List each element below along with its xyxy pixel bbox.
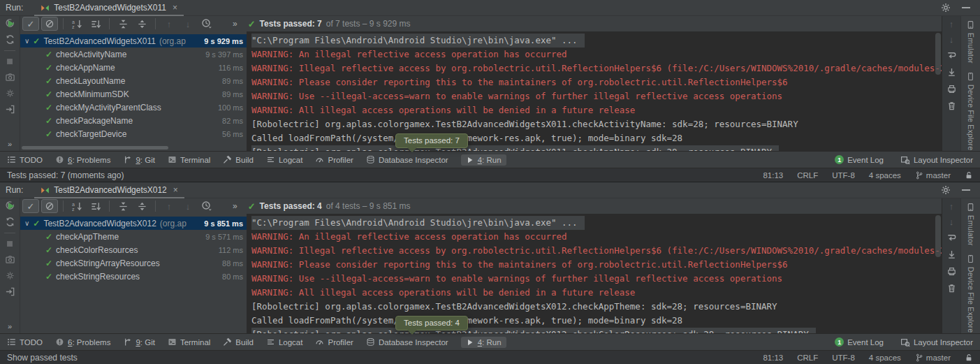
toolwindow-git[interactable]: 9: Git <box>123 155 155 164</box>
gear-icon[interactable] <box>941 3 951 13</box>
test-suite-row[interactable]: ∨ ✓ TestB2AdvancedWidgetsX011 (org.ap 9 … <box>20 34 247 48</box>
toolwindow-profiler[interactable]: Profiler <box>315 155 353 164</box>
show-ignored-toggle[interactable] <box>41 17 58 31</box>
test-duration: 9 s 397 ms <box>205 50 247 59</box>
layout-inspector-button[interactable]: Layout Inspector <box>900 337 973 347</box>
sort-by-duration-icon[interactable] <box>87 199 104 213</box>
run-tab[interactable]: TestB2AdvancedWidgetsX011 × <box>34 0 184 15</box>
toolwindow-build[interactable]: Build <box>223 337 254 347</box>
sort-by-duration-icon[interactable] <box>87 17 104 31</box>
test-name: checkMinimumSDK <box>56 89 129 99</box>
more-options-chevrons[interactable]: » <box>8 323 12 330</box>
toolwindow-logcat[interactable]: Logcat <box>266 337 303 347</box>
device-file-explorer-icon <box>966 254 975 263</box>
toolwindow-terminal[interactable]: Terminal <box>168 337 210 347</box>
collapse-all-icon[interactable] <box>133 199 150 213</box>
chevron-down-icon[interactable]: ∨ <box>24 219 29 227</box>
rerun-failed-tests-icon[interactable] <box>5 217 15 227</box>
close-icon[interactable]: × <box>173 185 178 195</box>
tree-horizontal-scrollbar[interactable] <box>22 146 168 150</box>
toolwindow-build[interactable]: Build <box>223 155 254 164</box>
encoding-indicator[interactable]: UTF-8 <box>832 354 855 362</box>
test-row[interactable]: ✓checkMinimumSDK89 ms <box>20 87 247 101</box>
test-history-icon[interactable] <box>198 199 215 213</box>
caret-position[interactable]: 81:13 <box>763 171 783 180</box>
lock-icon[interactable] <box>965 354 973 362</box>
rerun-failed-tests-icon[interactable] <box>5 34 15 45</box>
test-name: checkTargetDevice <box>56 129 126 139</box>
encoding-indicator[interactable]: UTF-8 <box>832 171 855 180</box>
more-toolbar-chevrons[interactable]: » <box>233 202 237 210</box>
line-ending-indicator[interactable]: CRLF <box>797 354 818 362</box>
test-row[interactable]: ✓checkStringArrayResources88 ms <box>20 256 247 270</box>
test-row[interactable]: ✓checkPackageName82 ms <box>20 114 247 127</box>
toolwindow-todo[interactable]: TODO <box>7 155 43 164</box>
sort-alphabetically-icon[interactable]: az <box>68 17 85 31</box>
soft-wrap-icon[interactable] <box>946 50 957 61</box>
run-play-icon[interactable] <box>6 19 16 29</box>
toolwindow-run[interactable]: 4: Run <box>461 337 506 348</box>
indent-indicator[interactable]: 4 spaces <box>869 171 901 180</box>
import-test-results-icon[interactable] <box>5 104 15 115</box>
gear-icon[interactable] <box>941 185 951 195</box>
layout-inspector-button[interactable]: Layout Inspector <box>900 155 973 165</box>
scroll-to-end-icon[interactable] <box>946 67 957 78</box>
toolwindow-todo[interactable]: TODO <box>7 337 43 347</box>
sort-alphabetically-icon[interactable]: az <box>68 199 85 213</box>
hide-icon[interactable] <box>962 7 970 8</box>
test-row[interactable]: ✓checkActivityName9 s 397 ms <box>20 48 247 61</box>
toolwindow-logcat[interactable]: Logcat <box>266 155 303 164</box>
toolwindow-run[interactable]: 4: Run <box>461 154 506 166</box>
print-icon[interactable] <box>946 266 957 277</box>
toolwindow-profiler[interactable]: Profiler <box>315 337 353 347</box>
toolwindow-label: Logcat <box>279 338 303 347</box>
print-icon[interactable] <box>946 84 957 94</box>
console-vertical-scrollbar[interactable] <box>935 33 941 75</box>
toolwindow-terminal[interactable]: Terminal <box>168 155 210 164</box>
chevron-down-icon[interactable]: ∨ <box>24 37 29 45</box>
toolwindow-emulator[interactable]: Emulator <box>966 20 975 64</box>
test-suite-row[interactable]: ∨ ✓ TestB2AdvancedWidgetsX012 (org.ap 9 … <box>20 217 247 230</box>
event-log-button[interactable]: 1 Event Log <box>835 155 884 164</box>
test-row[interactable]: ✓checkAppName116 ms <box>20 61 247 74</box>
clear-console-trash-icon[interactable] <box>946 283 957 293</box>
line-ending-indicator[interactable]: CRLF <box>797 171 818 180</box>
toolwindow-git[interactable]: 9: Git <box>123 337 155 347</box>
import-test-results-icon[interactable] <box>5 286 15 297</box>
close-icon[interactable]: × <box>173 3 177 13</box>
console-vertical-scrollbar[interactable] <box>935 215 941 257</box>
git-branch-indicator[interactable]: master <box>915 171 951 180</box>
scroll-to-end-icon[interactable] <box>946 249 957 260</box>
expand-all-icon[interactable] <box>115 199 131 213</box>
test-row[interactable]: ✓checkStringResources80 ms <box>20 270 247 283</box>
indent-indicator[interactable]: 4 spaces <box>869 354 901 362</box>
test-row[interactable]: ✓checkMyActivityParentClass100 ms <box>20 101 247 114</box>
show-ignored-toggle[interactable] <box>41 199 58 213</box>
expand-all-icon[interactable] <box>115 17 131 31</box>
test-row[interactable]: ✓checkLayoutName89 ms <box>20 74 247 87</box>
show-passed-toggle[interactable]: ✓ <box>22 17 39 31</box>
caret-position[interactable]: 81:13 <box>763 354 783 362</box>
test-row[interactable]: ✓checkTargetDevice56 ms <box>20 127 247 140</box>
clear-console-trash-icon[interactable] <box>946 101 957 111</box>
soft-wrap-icon[interactable] <box>946 233 957 243</box>
run-play-icon[interactable] <box>6 201 16 211</box>
test-row[interactable]: ✓checkColorResources112 ms <box>20 243 247 256</box>
test-history-icon[interactable] <box>198 17 215 31</box>
more-toolbar-chevrons[interactable]: » <box>233 20 237 28</box>
toolwindow-device-file-explorer[interactable]: Device File Explorer <box>966 72 975 151</box>
lock-icon[interactable] <box>965 171 973 180</box>
toolwindow-problems[interactable]: 6: Problems <box>55 155 110 164</box>
more-options-chevrons[interactable]: » <box>8 140 12 148</box>
event-log-button[interactable]: 1 Event Log <box>835 337 884 347</box>
toolwindow-label: : Problems <box>72 338 110 347</box>
git-branch-indicator[interactable]: master <box>915 354 951 362</box>
collapse-all-icon[interactable] <box>133 17 150 31</box>
test-row[interactable]: ✓checkAppTheme9 s 571 ms <box>20 230 247 243</box>
hide-icon[interactable] <box>962 189 970 191</box>
toolwindow-device-file-explorer[interactable]: Device File Explorer <box>966 254 975 333</box>
toolwindow-emulator[interactable]: Emulator <box>966 203 975 246</box>
show-passed-toggle[interactable]: ✓ <box>22 199 39 213</box>
run-tab[interactable]: TestB2AdvancedWidgetsX012 × <box>34 182 184 198</box>
toolwindow-problems[interactable]: 6: Problems <box>55 337 110 347</box>
